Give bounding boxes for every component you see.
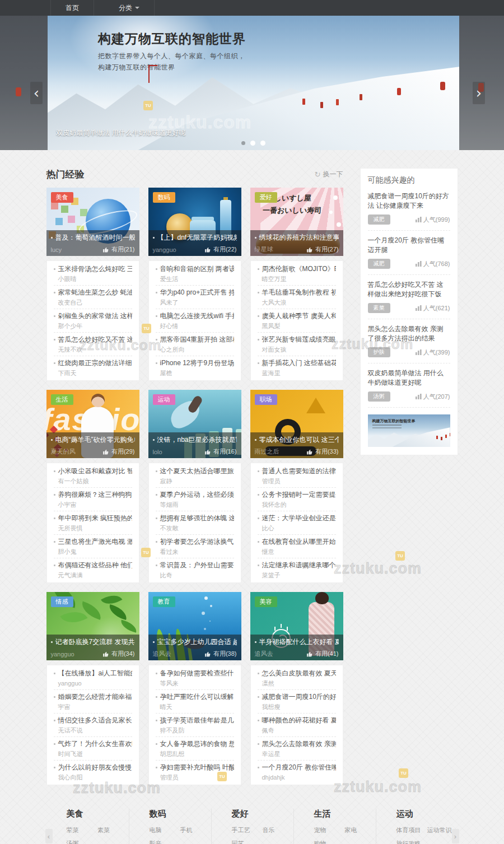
article-list-item[interactable]: 布偶猫还有这些品种 他们是如... 元气满满 bbox=[54, 558, 132, 581]
footer-link[interactable]: 手机 bbox=[180, 826, 211, 834]
sidebar-article-badge[interactable]: 护肤 bbox=[368, 347, 390, 357]
article-list-item[interactable]: 公务卡报销时一定需要提供消... 我怀念的 bbox=[258, 488, 336, 511]
refresh-button[interactable]: ↻ 换一下 bbox=[315, 170, 343, 179]
article-list-item[interactable]: 周杰伦新歌《MOJITO》即将... 晴空万里 bbox=[258, 262, 336, 286]
article-list-item[interactable]: 孕吐严重吃什么可以缓解 这几... 晴天 bbox=[156, 690, 234, 714]
article-card[interactable]: 美容 半身裙搭配什么上衣好看 夏天... 追风去 有用(41) bbox=[250, 592, 343, 660]
article-list-item[interactable]: iPhone 12将于9月份登场 你... 屋檐 bbox=[156, 356, 234, 379]
sidebar-article-badge[interactable]: 减肥 bbox=[368, 215, 390, 225]
hero-slide[interactable]: 构建万物互联的智能世界 把数字世界带入每个人、每个家庭、每个组织， 构建万物互联… bbox=[48, 16, 459, 150]
category-badge[interactable]: 教育 bbox=[153, 596, 175, 607]
sidebar-thumbnail[interactable]: 构建万物互联的智能世界 bbox=[368, 414, 450, 447]
sidebar-article-badge[interactable]: 素菜 bbox=[368, 303, 390, 313]
article-list-item[interactable]: 一个月瘦20斤 教你管住嘴迈... dhjdahjk bbox=[258, 761, 336, 784]
article-list-item[interactable]: 为什么以前好朋友会慢慢疏远 ... 我心向阳 bbox=[54, 761, 132, 784]
footer-link[interactable]: 电脑 bbox=[150, 826, 180, 834]
article-card[interactable]: 运动 没错，nba巨星必杀技就是它... lolo 有用(16) bbox=[148, 390, 241, 458]
footer-link[interactable]: 旅行攻略 bbox=[396, 840, 427, 844]
article-list-item[interactable]: 备孕如何做需要检查些什么 备... 等风来 bbox=[156, 666, 234, 690]
category-badge[interactable]: 数码 bbox=[153, 192, 175, 203]
footer-link[interactable]: 音乐 bbox=[263, 826, 293, 834]
carousel-dot-3[interactable] bbox=[260, 141, 265, 146]
hero-caption-link[interactable]: 双皮奶最简单做法 用什么牛奶做味道更好呢 bbox=[56, 128, 185, 138]
footer-link[interactable]: 园艺 bbox=[232, 840, 263, 844]
sidebar-article-badge[interactable]: 汤粥 bbox=[368, 391, 390, 402]
sidebar-article[interactable]: 双皮奶最简单做法 用什么牛奶做味道更好呢 汤粥 人气(207) bbox=[368, 363, 450, 408]
article-list-item[interactable]: 新手插花入门 这些基础花材简... 蓝海里 bbox=[258, 356, 336, 379]
article-list-item[interactable]: 【在线播放】ai人工智能的杨... yangguo bbox=[54, 666, 132, 690]
article-card[interactable]: 美食 普及：葡萄酒醒酒时间一般多... lucy 有用(21) bbox=[46, 188, 139, 256]
category-badge[interactable]: 运动 bbox=[153, 394, 175, 405]
article-list-item[interactable]: 剁椒鱼头的家常做法 这样做鱼... 那个少年 bbox=[54, 309, 132, 333]
article-list-item[interactable]: 张艺兴新专辑莲成绩亮眼 M-p... 对面女孩 bbox=[258, 333, 336, 356]
article-list-item[interactable]: 普通人也需要知道的法律常识... 管理员 bbox=[258, 464, 336, 488]
article-list-item[interactable]: 养狗很麻烦？这三种狗狗不掉... 小宇宙 bbox=[54, 488, 132, 511]
article-list-item[interactable]: 哪种颜色的碎花裙好看 夏天穿... 佩奇 bbox=[258, 714, 336, 737]
article-list-item[interactable]: 婚姻要怎么经营才能幸福长久 ... 宇宙 bbox=[54, 690, 132, 714]
nav-item-category[interactable]: 分类 bbox=[104, 0, 155, 16]
article-list-item[interactable]: 夏季户外运动，这些必须get... 等烟雨 bbox=[156, 488, 234, 511]
article-card[interactable]: 数码 【上】dnf无限罩子奶妈视频... yangguo 有用(22) bbox=[148, 188, 241, 256]
article-list-item[interactable]: 女人备孕最忌讳的食物 想怀孕... 胡思乱想 bbox=[156, 737, 234, 761]
article-list-item[interactable]: 初学者要怎么学游泳换气 学游... 看过来 bbox=[156, 535, 234, 558]
article-card[interactable]: 教育 宝宝多少岁上幼儿园合适 越贵... 追风去 有用(38) bbox=[148, 592, 241, 660]
category-badge[interactable]: 生活 bbox=[51, 394, 73, 405]
category-badge[interactable]: 美容 bbox=[255, 596, 277, 607]
article-list-item[interactable]: 减肥食谱一周瘦10斤的好方法... 我想瘦 bbox=[258, 690, 336, 714]
footer-link[interactable]: 影音 bbox=[150, 840, 180, 844]
article-list-item[interactable]: 常识普及：户外登山需要准备... 比奇 bbox=[156, 558, 234, 581]
footer-link[interactable]: 购物 bbox=[314, 840, 345, 844]
carousel-dot-1[interactable] bbox=[241, 141, 245, 145]
article-list-item[interactable]: 三星也将生产激光电视 激光电... 胆小鬼 bbox=[54, 535, 132, 558]
footer-link[interactable]: 荤菜 bbox=[67, 826, 98, 834]
article-list-item[interactable]: 玉米排骨汤怎么炖好吃 三个步... 小眼睛 bbox=[54, 262, 132, 286]
footer-link[interactable]: 手工艺 bbox=[232, 826, 263, 834]
article-list-item[interactable]: 这个夏天太热适合哪里旅游 有... 寂静 bbox=[156, 464, 234, 488]
article-list-item[interactable]: 黑头怎么去除最有效 亲测了很... 幸运星 bbox=[258, 737, 336, 761]
article-list-item[interactable]: 苦瓜怎么炒好吃又不苦 这样做... 无辣不欢 bbox=[54, 333, 132, 356]
category-badge[interactable]: 职场 bbox=[255, 394, 277, 405]
article-list-item[interactable]: 孕妇需要补充叶酸吗 叶酸有必... 管理员 bbox=[156, 761, 234, 784]
article-list-item[interactable]: 华为p40 pro+正式开售 持续售... 风未了 bbox=[156, 286, 234, 309]
article-list-item[interactable]: 气炸了！为什么女生喜欢咬男生 时间飞逝 bbox=[54, 737, 132, 761]
article-list-item[interactable]: 音响和音箱的区别 两者该如何... 爱生活 bbox=[156, 262, 234, 286]
article-list-item[interactable]: 小米吸尘器和戴森对比 智能家... 有一个姑娘 bbox=[54, 464, 132, 488]
carousel-dot-2[interactable] bbox=[250, 141, 255, 146]
article-card[interactable]: 情感 记者卧底换7交流群 发现共享... yangguo 有用(34) bbox=[46, 592, 139, 660]
article-list-item[interactable]: 在线教育创业从哪里开始 个人... 惬意 bbox=[258, 535, 336, 558]
footer-link[interactable]: 家电 bbox=[345, 826, 376, 834]
nav-item-home[interactable]: 首页 bbox=[50, 0, 94, 16]
article-list-item[interactable]: 羊毛毡垂耳兔制作教程 初学者... 大风大浪 bbox=[258, 286, 336, 309]
category-badge[interactable]: 美食 bbox=[51, 192, 73, 203]
article-list-item[interactable]: 孩子学英语最佳年龄是几岁 不... 猝不及防 bbox=[156, 714, 234, 737]
carousel-next-arrow[interactable]: › bbox=[473, 82, 485, 104]
article-list-item[interactable]: 家常蚝油生菜怎么炒 蚝油炒生... 改变自己 bbox=[54, 286, 132, 309]
article-list-item[interactable]: 虞美人栽种季节 虞美人和罂粟... 黑凤梨 bbox=[258, 309, 336, 333]
category-badge[interactable]: 爱好 bbox=[255, 192, 277, 203]
article-list-item[interactable]: 怎么美白皮肤最有效 夏天晒黑... 凛然 bbox=[258, 666, 336, 690]
footer-prev-arrow[interactable]: ‹ bbox=[45, 829, 53, 843]
sidebar-article[interactable]: 苦瓜怎么炒好吃又不苦 这样做出来绝对好吃很下饭 素菜 人气(621) bbox=[368, 275, 450, 319]
article-list-item[interactable]: 情侣交往多久适合见家长更合... 无话不说 bbox=[54, 714, 132, 737]
sidebar-article[interactable]: 黑头怎么去除最有效 亲测了很多方法得出的结果 护肤 人气(399) bbox=[368, 319, 450, 363]
article-list-item[interactable]: 电脑怎么连接无线wifi 手把手... 好心情 bbox=[156, 309, 234, 333]
article-list-item[interactable]: 红烧肉最正宗的做法详细步骤... 下雨天 bbox=[54, 356, 132, 379]
category-badge[interactable]: 情感 bbox=[51, 596, 73, 607]
article-list-item[interactable]: 黑客帝国4重新开拍 这部科幻... 心之所向 bbox=[156, 333, 234, 356]
article-card[interactable]: 职场 零成本创业你也可以 这三个点... 雨过之后 有用(33) bbox=[250, 390, 343, 458]
footer-link[interactable]: 汤粥 bbox=[67, 840, 98, 844]
footer-link[interactable]: 素菜 bbox=[97, 826, 129, 834]
footer-link[interactable]: 体育项目 bbox=[396, 826, 427, 834]
carousel-prev-arrow[interactable]: ‹ bbox=[30, 82, 43, 104]
article-card[interactable]: fashion 生活 电商“薅羊毛”砍价零元购免单... 夏天的风 有用(29) bbox=[46, 390, 139, 458]
article-list-item[interactable]: 想拥有足够强壮的体魄 这几个... 不攻散 bbox=[156, 511, 234, 535]
sidebar-article[interactable]: 减肥食谱一周瘦10斤的好方法 让你健康瘦下来 减肥 人气(999) bbox=[368, 186, 450, 231]
footer-next-arrow[interactable]: › bbox=[452, 829, 459, 843]
footer-link[interactable]: 宠物 bbox=[314, 826, 345, 834]
article-card[interactable]: おいしいすし屋 一番おいしい寿司 爱好 绣球花的养殖方法和注意事项... 绿星球… bbox=[250, 188, 343, 256]
sidebar-article-badge[interactable]: 减肥 bbox=[368, 259, 390, 269]
article-list-item[interactable]: 迷茫：大学毕业创业还是找工... 比心 bbox=[258, 511, 336, 535]
article-list-item[interactable]: 年中即将到来 疯狂预热的618... 无所畏惧 bbox=[54, 511, 132, 535]
article-list-item[interactable]: 法定继承和遗嘱继承哪个优先... 菜篮子 bbox=[258, 558, 336, 581]
sidebar-article[interactable]: 一个月瘦20斤 教你管住嘴迈开腿 减肥 人气(768) bbox=[368, 231, 450, 275]
